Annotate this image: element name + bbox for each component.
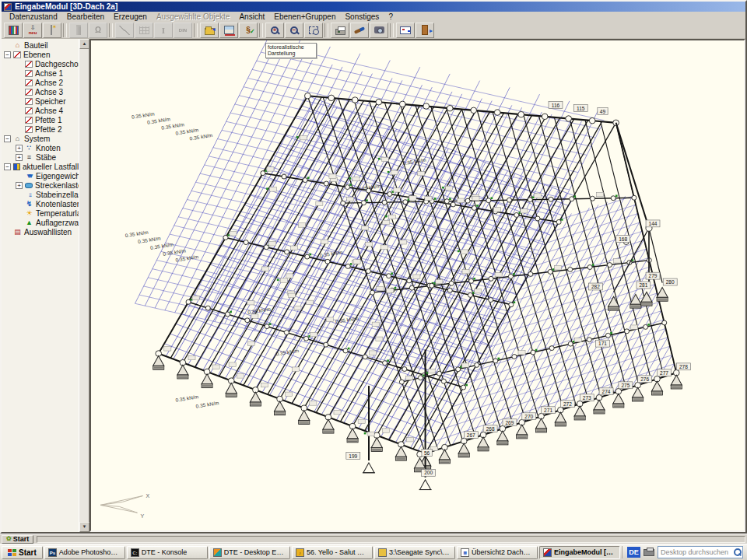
titlebar[interactable]: EingabeModul [3D-Dach 2a] <box>2 2 745 12</box>
building-dimensions-button[interactable] <box>219 23 238 38</box>
lamp-button[interactable] <box>43 23 61 38</box>
zoom-in-icon: + <box>271 26 279 34</box>
snapshot-camera-button[interactable] <box>370 23 388 38</box>
app-window: EingabeModul [3D-Dach 2a] DatenzustandBe… <box>0 0 747 534</box>
building-dimensions-icon <box>224 26 234 34</box>
taskbar-button-übersicht2-dach2-aksoy[interactable]: ≣Übersicht2 Dach2 Aksoy ... <box>457 546 538 559</box>
tree-item-knoten[interactable]: +∵Knoten <box>2 143 79 152</box>
svg-text:144: 144 <box>649 221 658 226</box>
tree-item-streckenlasten[interactable]: +Streckenlasten <box>2 180 79 190</box>
tree-expander[interactable]: + <box>16 154 23 161</box>
grid-button[interactable] <box>135 23 153 38</box>
menu-erzeugen[interactable]: Erzeugen <box>109 12 152 22</box>
content-area: ⌂Bauteil−EbenenDachgeschossAchse 1Achse … <box>2 39 745 532</box>
taskbar-button-label: DTE - Konsole <box>142 548 188 556</box>
search-icon[interactable] <box>731 547 742 558</box>
zoom-out-button[interactable]: − <box>285 23 303 38</box>
menu-ebenen-gruppen[interactable]: Ebenen+Gruppen <box>269 12 340 22</box>
i-beam-button[interactable]: I <box>154 23 173 38</box>
new-button[interactable]: ⇩neu <box>23 23 42 38</box>
tree-item-auswahllisten[interactable]: ▤Auswahllisten <box>2 227 79 236</box>
slope-button[interactable] <box>115 23 134 38</box>
nodeload-icon: ↯ <box>25 200 33 208</box>
lists-icon: ▤ <box>13 228 22 236</box>
column-button[interactable] <box>69 23 88 38</box>
menu-sonstiges[interactable]: Sonstiges <box>340 12 384 22</box>
menu-help[interactable]: ? <box>384 12 398 22</box>
svg-text:280: 280 <box>666 279 675 285</box>
print-button[interactable] <box>331 23 349 38</box>
catalog-book-button[interactable] <box>396 23 415 38</box>
layer-icon <box>25 98 33 105</box>
data-levels-button[interactable] <box>4 23 23 38</box>
tree-item-achse-3[interactable]: Achse 3 <box>2 87 79 96</box>
catalog-book-icon <box>400 26 411 34</box>
drawing-canvas[interactable]: 2672682692702712722732742752762772781161… <box>89 39 745 532</box>
project-tree: ⌂Bauteil−EbenenDachgeschossAchse 1Achse … <box>2 39 79 532</box>
exit-door-button[interactable] <box>416 23 434 38</box>
printer-tray-icon[interactable] <box>644 549 654 556</box>
desktop-search-input[interactable] <box>658 548 731 556</box>
tree-item-aktueller-lastfall[interactable]: −aktueller Lastfall <box>2 162 79 171</box>
svg-text:168: 168 <box>619 236 627 242</box>
tree-item-ebenen[interactable]: −Ebenen <box>2 50 79 59</box>
language-indicator[interactable]: DE <box>627 547 640 558</box>
secondary-start-button[interactable]: ✿ Start <box>2 535 33 544</box>
house-icon: ⌂ <box>13 41 22 49</box>
zoom-window-button[interactable] <box>304 23 323 38</box>
taskbar-button-dte-konsole[interactable]: C:DTE - Konsole <box>127 546 208 559</box>
omega-button[interactable]: Ω <box>89 23 107 38</box>
tree-item-pfette-1[interactable]: Pfette 1 <box>2 115 79 124</box>
nodes-icon: ∵ <box>25 144 33 152</box>
tree-item-pfette-2[interactable]: Pfette 2 <box>2 124 79 134</box>
tree-item-bauteil[interactable]: ⌂Bauteil <box>2 40 79 50</box>
taskbar-button-56-yello-salut-mayoum[interactable]: ♪56. Yello - Salut Mayoum... <box>292 546 373 559</box>
ps-icon: Ps <box>48 548 57 557</box>
tree-item-label: Stäbe <box>36 153 56 162</box>
start-button[interactable]: Start <box>2 546 43 559</box>
tree-expander[interactable]: − <box>4 51 11 58</box>
tree-item-system[interactable]: −⌂System <box>2 134 79 143</box>
tree-item-speicher[interactable]: Speicher <box>2 96 79 106</box>
din-button[interactable]: DIN <box>174 23 192 38</box>
tree-expander[interactable]: − <box>4 135 11 142</box>
tree-item-label: Achse 3 <box>35 88 63 96</box>
scroll-down-button[interactable]: ▼ <box>79 522 89 532</box>
tree-item-achse-4[interactable]: Achse 4 <box>2 106 79 115</box>
tree-item-temperaturlasten[interactable]: ☀Temperaturlasten <box>2 208 79 218</box>
tree-expander[interactable]: − <box>4 163 11 170</box>
taskbar-button-adobe-photoshop-cs3-e[interactable]: PsAdobe Photoshop CS3 E... <box>44 546 125 559</box>
tree-item-stäbe[interactable]: +≡Stäbe <box>2 152 79 162</box>
menu-datenzustand[interactable]: Datenzustand <box>5 12 62 22</box>
menu-bearbeiten[interactable]: Bearbeiten <box>62 12 109 22</box>
tree-item-eigengewichtslasten[interactable]: ▾▾Eigengewichtslasten <box>2 171 79 180</box>
omega-icon: Ω <box>95 26 101 34</box>
render-mode-label[interactable]: fotorealistische Darstellung <box>265 43 317 58</box>
tree-expander[interactable]: + <box>16 182 23 189</box>
redraw-brush-button[interactable] <box>350 23 369 38</box>
screen: EingabeModul [3D-Dach 2a] DatenzustandBe… <box>0 0 747 560</box>
sidebar-scrollbar[interactable]: ▲ ▼ <box>79 39 89 532</box>
zoom-in-button[interactable]: + <box>265 23 284 38</box>
menu-ausgewählte-objekte[interactable]: Ausgewählte Objekte <box>152 12 235 22</box>
tree-item-knotenlasten[interactable]: ↯Knotenlasten <box>2 199 79 208</box>
taskbar-button-eingabemodul-3d-da[interactable]: EingabeModul [3D-Da... <box>539 546 620 559</box>
tree-item-dachgeschoss[interactable]: Dachgeschoss <box>2 59 79 68</box>
layer-icon <box>25 126 33 133</box>
menu-ansicht[interactable]: Ansicht <box>234 12 269 22</box>
tree-item-label: Knoten <box>36 144 61 152</box>
i-beam-icon: I <box>162 26 165 35</box>
tree-expander[interactable]: + <box>16 145 23 152</box>
folder-import-button[interactable] <box>200 23 219 38</box>
scroll-up-button[interactable]: ▲ <box>79 39 89 49</box>
tree-item-achse-1[interactable]: Achse 1 <box>2 68 79 78</box>
house-o-icon: ⌂ <box>13 135 22 142</box>
taskbar-button-3-seagate-sync-syncre[interactable]: 3:\Seagate Sync\SyncRe... <box>374 546 455 559</box>
taskbar-button-dte-desktop-engineeri[interactable]: DTE - Desktop Engineeri... <box>209 546 290 559</box>
tree-item-achse-2[interactable]: Achse 2 <box>2 78 79 87</box>
tree-item-label: Pfette 2 <box>35 125 61 134</box>
app-icon <box>543 548 552 557</box>
tree-item-stabeinzellasten[interactable]: ↓↓Stabeinzellasten <box>2 190 79 199</box>
norm-check-button[interactable]: § <box>239 23 258 38</box>
tree-item-auflagerzwangsverf[interactable]: ▲Auflagerzwangsverf <box>2 218 79 227</box>
